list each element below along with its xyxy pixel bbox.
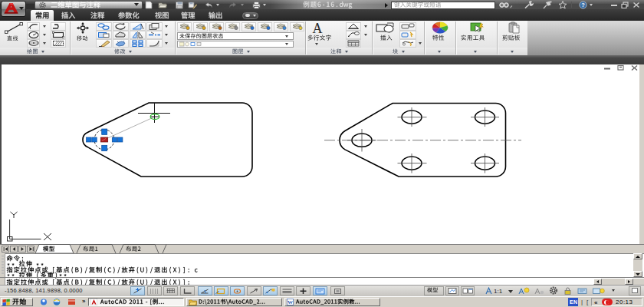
svg-text:W: W: [288, 299, 293, 305]
svg-text:1:1: 1:1: [494, 288, 503, 295]
svg-text:?: ?: [581, 2, 585, 8]
svg-text:A: A: [313, 21, 323, 35]
